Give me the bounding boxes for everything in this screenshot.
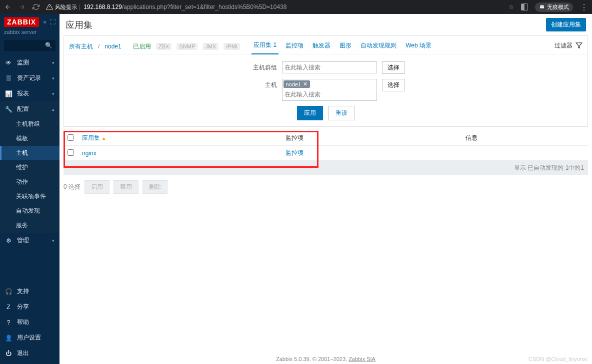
host-label: 主机: [247, 79, 277, 89]
applications-table: 应用集 ▲ 监控项 信息 nginx 监控项 显示 已自动发现的 1中的1: [64, 131, 588, 175]
sidebar-item-actions[interactable]: 动作: [0, 175, 60, 189]
sidebar-item-discovery[interactable]: 自动发现: [0, 204, 60, 218]
tag-ipmi: IPMI: [224, 43, 240, 50]
logo[interactable]: ZABBIX: [4, 17, 39, 27]
col-info: 信息: [462, 131, 588, 146]
wrench-icon: 🔧: [5, 106, 12, 113]
hostgroup-label: 主机群组: [247, 61, 277, 72]
site-warning-label: 风险提示: [55, 3, 77, 11]
tag-zbx: ZBX: [156, 43, 172, 50]
footer-usersettings[interactable]: 👤 用户设置: [0, 330, 60, 346]
tab-web[interactable]: Web 场景: [404, 39, 434, 54]
table-footer: 显示 已自动发现的 1中的1: [64, 161, 588, 175]
tab-triggers[interactable]: 触发器: [310, 39, 332, 54]
row-checkbox[interactable]: [68, 149, 74, 156]
reload-button[interactable]: [32, 3, 40, 11]
select-all-checkbox[interactable]: [68, 134, 74, 141]
nav-inventory[interactable]: ☰ 资产记录 ▾: [0, 70, 60, 86]
footer-share[interactable]: Z 分享: [0, 299, 60, 315]
url-bar[interactable]: 192.168.8.129/applications.php?filter_se…: [84, 3, 286, 10]
enable-button[interactable]: 启用: [84, 180, 110, 194]
nav-configuration[interactable]: 🔧 配置 ▴: [0, 101, 60, 117]
footer-logout[interactable]: ⏻ 退出: [0, 346, 60, 361]
hostgroup-input[interactable]: [284, 63, 376, 72]
tab-items[interactable]: 监控项: [284, 39, 306, 54]
filter-icon: [576, 42, 582, 49]
nav-administration[interactable]: ⚙ 管理 ▾: [0, 233, 60, 248]
sidebar-item-hostgroups[interactable]: 主机群组: [0, 117, 60, 131]
reset-button[interactable]: 重设: [328, 106, 355, 120]
col-appset[interactable]: 应用集 ▲: [82, 134, 106, 141]
breadcrumb-tabs: 所有主机 / node1 已启用 ZBX SNMP JMX IPMI 应用集 1…: [64, 36, 588, 54]
tag-snmp: SNMP: [176, 43, 198, 50]
status-enabled: 已启用: [133, 42, 151, 51]
sidebar-item-templates[interactable]: 模板: [0, 131, 60, 146]
watermark: CSDN @Cloud_linyunxi: [528, 356, 587, 362]
create-application-button[interactable]: 创建应用集: [546, 18, 586, 31]
action-bar: 0 选择 启用 禁用 删除: [60, 175, 592, 199]
browser-menu-icon[interactable]: ⋮: [580, 2, 588, 12]
main-content: 应用集 创建应用集 所有主机 / node1 已启用 ZBX SNMP JMX …: [60, 14, 592, 364]
chevron-up-icon: ▴: [52, 107, 54, 112]
nav-reports[interactable]: 📊 报表 ▾: [0, 86, 60, 101]
host-multiselect[interactable]: node1 ✕: [282, 79, 377, 101]
chevron-down-icon: ▾: [52, 60, 54, 65]
tab-discovery[interactable]: 自动发现规则: [358, 39, 398, 54]
monitor-link[interactable]: 监控项: [286, 149, 304, 156]
bookmark-icon[interactable]: ☆: [508, 3, 514, 10]
breadcrumb-allhosts[interactable]: 所有主机: [69, 42, 93, 51]
sidebar-item-maintenance[interactable]: 维护: [0, 160, 60, 175]
nav-monitoring[interactable]: 👁 监测 ▾: [0, 55, 60, 70]
search-icon[interactable]: 🔍: [45, 42, 52, 49]
sidebar-search[interactable]: 🔍: [4, 40, 56, 51]
hostgroup-multiselect[interactable]: [282, 61, 377, 73]
site-warning-icon[interactable]: 风险提示 |: [46, 3, 80, 11]
chart-icon: 📊: [5, 90, 12, 97]
hostgroup-select-button[interactable]: 选择: [382, 61, 405, 74]
disable-button[interactable]: 禁用: [114, 180, 138, 194]
host-select-button[interactable]: 选择: [382, 79, 405, 91]
breadcrumb-host[interactable]: node1: [104, 43, 121, 50]
page-title: 应用集: [66, 19, 92, 31]
support-icon: 🎧: [5, 288, 12, 295]
filter-toggle[interactable]: 过滤器: [554, 41, 582, 52]
footer-help[interactable]: ? 帮助: [0, 315, 60, 330]
exit-icon: ⏻: [5, 350, 12, 357]
col-monitor: 监控项: [282, 131, 462, 146]
sidebar-item-services[interactable]: 服务: [0, 218, 60, 233]
svg-point-3: [542, 6, 544, 8]
filter-panel: 主机群组 选择 主机 node1 ✕ 选择: [64, 54, 588, 126]
host-input[interactable]: [284, 89, 376, 99]
help-icon: ?: [5, 319, 12, 326]
delete-button[interactable]: 删除: [142, 180, 168, 194]
collapse-sidebar-icon[interactable]: «: [43, 18, 46, 25]
sidebar-item-hosts[interactable]: 主机: [0, 146, 60, 160]
expand-view-icon[interactable]: ⛶: [50, 18, 56, 25]
forward-button[interactable]: [18, 3, 26, 11]
user-icon: 👤: [5, 335, 12, 342]
incognito-badge[interactable]: 无痕模式: [535, 2, 573, 12]
gear-icon: ⚙: [5, 237, 12, 244]
table-row: nginx 监控项: [64, 146, 588, 161]
app-name-link[interactable]: nginx: [82, 150, 96, 157]
host-chip[interactable]: node1 ✕: [284, 80, 310, 88]
apply-button[interactable]: 应用: [297, 106, 323, 120]
tag-jmx: JMX: [202, 43, 218, 50]
selected-count: 0 选择: [64, 183, 80, 191]
footer-support[interactable]: 🎧 支持: [0, 284, 60, 299]
sort-asc-icon: ▲: [102, 136, 106, 141]
zabbix-link[interactable]: Zabbix SIA: [348, 356, 376, 362]
remove-chip-icon[interactable]: ✕: [303, 81, 308, 87]
sidebar-item-correlation[interactable]: 关联项事件: [0, 189, 60, 204]
svg-point-2: [540, 6, 542, 8]
server-label: zabbix server: [4, 29, 56, 35]
browser-chrome: 风险提示 | 192.168.8.129/applications.php?fi…: [0, 0, 592, 14]
panel-icon[interactable]: [521, 3, 528, 10]
tab-applications[interactable]: 应用集 1: [252, 39, 278, 54]
tab-graphs[interactable]: 图形: [338, 39, 354, 54]
back-button[interactable]: [4, 3, 12, 11]
sidebar: ZABBIX « ⛶ zabbix server 🔍 👁 监测 ▾ ☰ 资产记录…: [0, 14, 60, 364]
share-icon: Z: [5, 304, 12, 311]
list-icon: ☰: [5, 75, 12, 82]
svg-marker-4: [576, 43, 582, 48]
